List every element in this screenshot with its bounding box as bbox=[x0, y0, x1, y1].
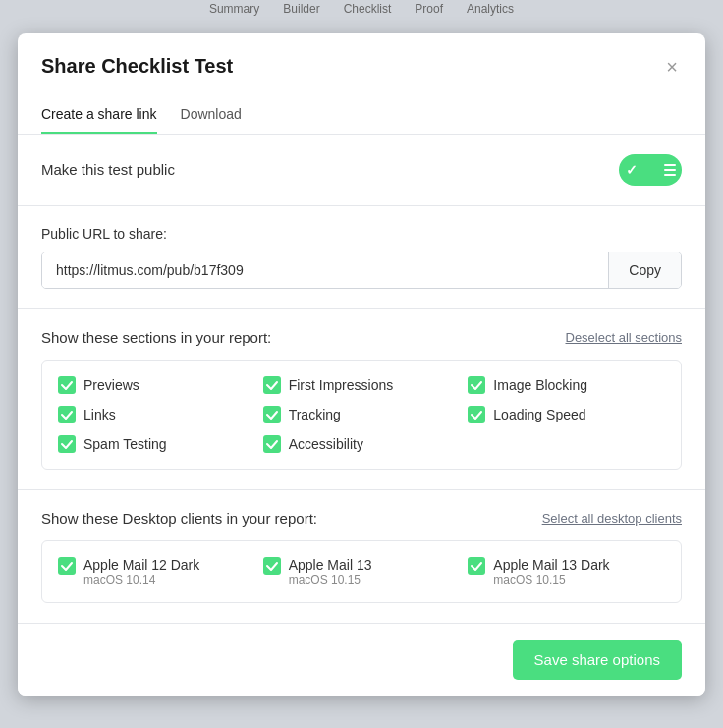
spam-testing-check-icon bbox=[58, 435, 76, 453]
toggle-lines-icon bbox=[664, 164, 676, 176]
modal-header: Share Checklist Test × bbox=[18, 33, 705, 81]
desktop-apple-mail-13[interactable]: Apple Mail 13 macOS 10.15 bbox=[263, 557, 461, 587]
nav-analytics[interactable]: Analytics bbox=[467, 2, 514, 16]
report-header: Show these sections in your report: Dese… bbox=[41, 329, 682, 346]
modal-footer: Save share options bbox=[18, 624, 705, 696]
modal-title: Share Checklist Test bbox=[41, 55, 233, 78]
apple-mail-13-dark-name: Apple Mail 13 Dark bbox=[493, 557, 609, 573]
copy-button[interactable]: Copy bbox=[608, 252, 681, 288]
svg-rect-9 bbox=[263, 557, 281, 575]
public-toggle[interactable]: ✓ bbox=[619, 154, 682, 186]
image-blocking-check-icon bbox=[468, 376, 485, 394]
apple-mail-13-name: Apple Mail 13 bbox=[289, 557, 372, 573]
top-nav: Summary Builder Checklist Proof Analytic… bbox=[0, 0, 723, 18]
modal-body: Make this test public ✓ Public URL to sh… bbox=[18, 135, 705, 624]
apple-mail-12-dark-check-icon bbox=[58, 557, 76, 575]
tracking-check-icon bbox=[263, 406, 281, 423]
svg-rect-2 bbox=[468, 376, 485, 394]
toggle-label: Make this test public bbox=[41, 161, 175, 178]
nav-proof[interactable]: Proof bbox=[415, 2, 443, 16]
close-button[interactable]: × bbox=[662, 53, 682, 81]
desktop-apple-mail-12-dark[interactable]: Apple Mail 12 Dark macOS 10.14 bbox=[58, 557, 255, 587]
modal-overlay: Summary Builder Checklist Proof Analytic… bbox=[0, 0, 723, 728]
svg-rect-8 bbox=[58, 557, 76, 575]
apple-mail-13-dark-text: Apple Mail 13 Dark macOS 10.15 bbox=[493, 557, 609, 587]
toggle-check-icon: ✓ bbox=[626, 162, 638, 178]
desktop-header: Show these Desktop clients in your repor… bbox=[41, 510, 682, 527]
loading-speed-check-icon bbox=[468, 406, 485, 423]
desktop-title: Show these Desktop clients in your repor… bbox=[41, 510, 317, 527]
apple-mail-12-dark-name: Apple Mail 12 Dark bbox=[83, 557, 199, 573]
select-all-desktop-link[interactable]: Select all desktop clients bbox=[542, 511, 682, 526]
spam-testing-label: Spam Testing bbox=[83, 436, 167, 452]
nav-summary[interactable]: Summary bbox=[209, 2, 259, 16]
image-blocking-label: Image Blocking bbox=[493, 377, 587, 393]
previews-check-icon bbox=[58, 376, 76, 394]
first-impressions-label: First Impressions bbox=[289, 377, 394, 393]
loading-speed-label: Loading Speed bbox=[493, 407, 585, 422]
url-input[interactable] bbox=[42, 252, 608, 288]
apple-mail-13-text: Apple Mail 13 macOS 10.15 bbox=[289, 557, 372, 587]
nav-builder[interactable]: Builder bbox=[283, 2, 319, 16]
sections-grid: Previews First Impressions bbox=[41, 360, 682, 470]
tracking-label: Tracking bbox=[289, 407, 341, 422]
apple-mail-12-dark-text: Apple Mail 12 Dark macOS 10.14 bbox=[83, 557, 199, 587]
section-first-impressions[interactable]: First Impressions bbox=[263, 376, 461, 394]
tab-download[interactable]: Download bbox=[181, 96, 242, 134]
sections-report: Show these sections in your report: Dese… bbox=[18, 309, 705, 490]
section-accessibility[interactable]: Accessibility bbox=[263, 435, 461, 453]
section-loading-speed[interactable]: Loading Speed bbox=[468, 406, 665, 423]
apple-mail-13-dark-check-icon bbox=[468, 557, 485, 575]
previews-label: Previews bbox=[83, 377, 139, 393]
svg-rect-4 bbox=[263, 406, 281, 423]
url-input-row: Copy bbox=[41, 252, 682, 289]
tab-create-share-link[interactable]: Create a share link bbox=[41, 96, 157, 134]
first-impressions-check-icon bbox=[263, 376, 281, 394]
tabs-bar: Create a share link Download bbox=[18, 96, 705, 135]
section-previews[interactable]: Previews bbox=[58, 376, 255, 394]
url-label: Public URL to share: bbox=[41, 226, 682, 242]
save-share-options-button[interactable]: Save share options bbox=[513, 640, 682, 680]
svg-rect-7 bbox=[263, 435, 281, 453]
desktop-apple-mail-13-dark[interactable]: Apple Mail 13 Dark macOS 10.15 bbox=[468, 557, 665, 587]
toggle-section: Make this test public ✓ bbox=[18, 135, 705, 206]
desktop-grid: Apple Mail 12 Dark macOS 10.14 Apple Mai… bbox=[41, 540, 682, 603]
modal-dialog: Share Checklist Test × Create a share li… bbox=[18, 33, 705, 696]
svg-rect-0 bbox=[58, 376, 76, 394]
svg-rect-3 bbox=[58, 406, 76, 423]
svg-rect-6 bbox=[58, 435, 76, 453]
nav-checklist[interactable]: Checklist bbox=[344, 2, 392, 16]
toggle-row: Make this test public ✓ bbox=[41, 154, 682, 186]
svg-rect-10 bbox=[468, 557, 485, 575]
section-tracking[interactable]: Tracking bbox=[263, 406, 461, 423]
apple-mail-13-dark-sub: macOS 10.15 bbox=[493, 573, 609, 587]
section-image-blocking[interactable]: Image Blocking bbox=[468, 376, 665, 394]
desktop-section: Show these Desktop clients in your repor… bbox=[18, 490, 705, 624]
apple-mail-13-check-icon bbox=[263, 557, 281, 575]
report-title: Show these sections in your report: bbox=[41, 329, 271, 346]
accessibility-label: Accessibility bbox=[289, 436, 363, 452]
accessibility-check-icon bbox=[263, 435, 281, 453]
url-section: Public URL to share: Copy bbox=[18, 206, 705, 309]
svg-rect-5 bbox=[468, 406, 485, 423]
section-spam-testing[interactable]: Spam Testing bbox=[58, 435, 255, 453]
links-label: Links bbox=[83, 407, 116, 422]
apple-mail-12-dark-sub: macOS 10.14 bbox=[83, 573, 199, 587]
section-links[interactable]: Links bbox=[58, 406, 255, 423]
apple-mail-13-sub: macOS 10.15 bbox=[289, 573, 372, 587]
links-check-icon bbox=[58, 406, 76, 423]
svg-rect-1 bbox=[263, 376, 281, 394]
deselect-all-link[interactable]: Deselect all sections bbox=[566, 330, 683, 345]
